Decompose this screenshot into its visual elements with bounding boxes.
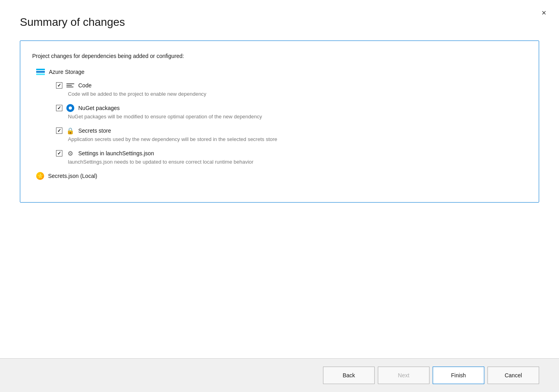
finish-button[interactable]: Finish bbox=[433, 367, 484, 384]
cancel-button[interactable]: Cancel bbox=[487, 367, 539, 384]
dependency-group: Azure Storage bbox=[32, 69, 527, 180]
summary-box: Project changes for dependencies being a… bbox=[20, 41, 539, 203]
secrets-json-icon: ⭐ bbox=[36, 172, 44, 180]
checkbox-nuget[interactable] bbox=[56, 105, 62, 111]
dialog: × Summary of changes Project changes for… bbox=[0, 0, 559, 392]
settings-icon: ⚙ bbox=[66, 149, 74, 157]
summary-description: Project changes for dependencies being a… bbox=[32, 53, 527, 59]
azure-storage-icon bbox=[36, 69, 45, 75]
code-label: Code bbox=[78, 82, 91, 89]
nuget-icon bbox=[66, 104, 74, 112]
dialog-footer: Back Next Finish Cancel bbox=[0, 358, 559, 392]
checkbox-settings[interactable] bbox=[56, 150, 62, 156]
change-item-code: Code Code will be added to the project t… bbox=[56, 81, 527, 97]
nuget-description: NuGet packages will be modified to ensur… bbox=[68, 114, 527, 120]
code-icon bbox=[66, 81, 74, 89]
change-item-settings: ⚙ Settings in launchSettings.json launch… bbox=[56, 149, 527, 165]
checkbox-code[interactable] bbox=[56, 82, 62, 89]
dialog-header: Summary of changes bbox=[0, 0, 559, 37]
change-items: Code Code will be added to the project t… bbox=[56, 81, 527, 165]
next-button[interactable]: Next bbox=[378, 367, 429, 384]
lock-icon: 🔒 bbox=[66, 127, 74, 135]
nuget-label: NuGet packages bbox=[78, 105, 120, 111]
settings-label: Settings in launchSettings.json bbox=[78, 150, 154, 156]
dependency-header: Azure Storage bbox=[32, 69, 527, 75]
dialog-title: Summary of changes bbox=[20, 16, 539, 29]
dependency-name: Azure Storage bbox=[49, 69, 85, 75]
checkbox-secrets-store[interactable] bbox=[56, 127, 62, 134]
settings-description: launchSettings.json needs to be updated … bbox=[68, 159, 527, 165]
change-item-nuget: NuGet packages NuGet packages will be mo… bbox=[56, 104, 527, 120]
secrets-store-label: Secrets store bbox=[78, 127, 111, 134]
secrets-json-label: Secrets.json (Local) bbox=[48, 173, 97, 179]
dialog-content: Project changes for dependencies being a… bbox=[0, 37, 559, 358]
change-item-secrets-store: 🔒 Secrets store Application secrets used… bbox=[56, 127, 527, 142]
secrets-group: ⭐ Secrets.json (Local) bbox=[32, 172, 527, 180]
back-button[interactable]: Back bbox=[323, 367, 375, 384]
close-button[interactable]: × bbox=[538, 7, 549, 18]
code-description: Code will be added to the project to ena… bbox=[68, 91, 527, 97]
secrets-store-description: Application secrets used by the new depe… bbox=[68, 136, 527, 142]
